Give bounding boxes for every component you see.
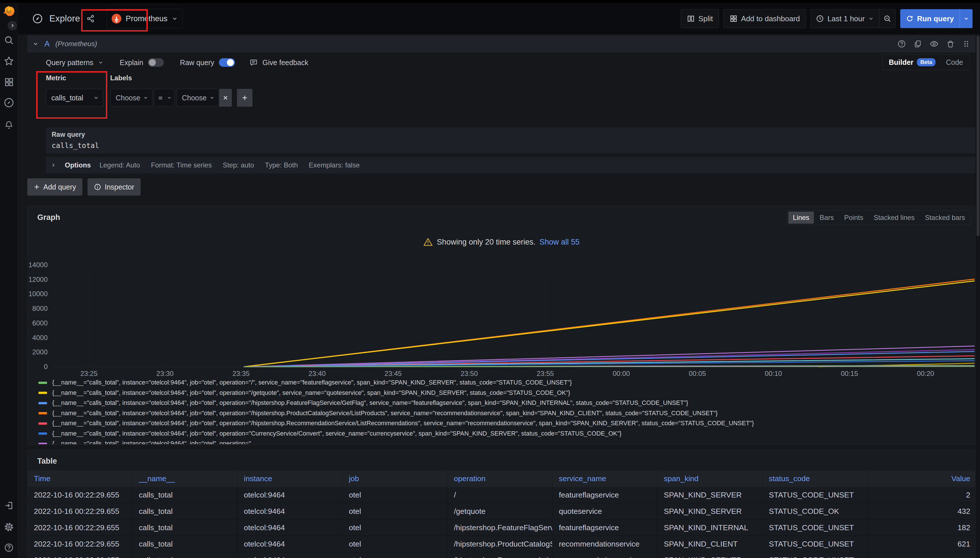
inspector-button[interactable]: Inspector [87, 178, 141, 195]
time-range-button[interactable]: Last 1 hour [811, 10, 879, 28]
remove-query-trash-icon[interactable] [946, 39, 955, 48]
labels-field-label: Labels [110, 74, 132, 82]
sidebar-expand-button[interactable] [7, 20, 18, 31]
run-query-main[interactable]: Run query [900, 9, 960, 28]
add-query-label: Add query [43, 183, 76, 191]
collapse-chevron-icon[interactable] [33, 41, 39, 47]
give-feedback-link[interactable]: Give feedback [263, 59, 308, 67]
legend-item[interactable]: {__name__="calls_total", instance="otelc… [38, 419, 970, 429]
search-icon[interactable] [4, 35, 14, 45]
hide-response-eye-icon[interactable] [929, 39, 939, 48]
datasource-picker[interactable]: Prometheus [107, 9, 183, 28]
explain-toggle[interactable] [148, 58, 164, 67]
prometheus-logo-icon [111, 13, 122, 24]
split-button[interactable]: Split [681, 9, 719, 28]
table-cell: /hipstershop.FeatureFlagServi... [447, 520, 552, 536]
results-table: Time__name__instancejoboperationservice_… [28, 471, 976, 558]
scrollbar-thumb[interactable] [977, 36, 980, 236]
raw-query-toggle[interactable] [219, 58, 235, 67]
table-cell: STATUS_CODE_OK [763, 503, 868, 520]
compass-icon[interactable] [3, 97, 14, 108]
query-patterns-dropdown[interactable]: Query patterns [46, 59, 93, 67]
duplicate-query-icon[interactable] [913, 39, 922, 48]
share-icon[interactable] [86, 14, 95, 23]
inspector-label: Inspector [105, 183, 134, 191]
table-cell: otel [342, 520, 447, 536]
raw-query-preview-label: Raw query [52, 131, 970, 138]
datasource-name: Prometheus [126, 14, 168, 23]
legend-item[interactable]: {__name__="calls_total", instance="otelc… [38, 408, 970, 419]
table-row: 2022-10-16 00:22:29.655calls_totalotelco… [28, 552, 976, 558]
query-row-header[interactable]: A (Prometheus) [27, 35, 975, 53]
svg-text:23:30: 23:30 [156, 369, 174, 377]
table-cell: otel [342, 487, 447, 503]
table-column-header[interactable]: operation [447, 471, 552, 487]
table-cell: otelcol:9464 [238, 552, 342, 558]
table-cell: quoteservice [552, 503, 658, 520]
chevron-down-icon [167, 95, 171, 100]
add-label-filter-button[interactable] [237, 89, 252, 107]
table-cell: STATUS_CODE_UNSET [763, 487, 868, 503]
table-cell: calls_total [133, 520, 238, 536]
table-column-header[interactable]: Value [868, 471, 976, 487]
legend-item[interactable]: {__name__="calls_total", instance="otelc… [38, 388, 970, 398]
label-key-select[interactable]: Choose [110, 89, 152, 107]
table-cell: STATUS_CODE_UNSET [763, 520, 868, 536]
table-cell: otelcol:9464 [238, 536, 342, 552]
run-query-dropdown[interactable] [960, 9, 973, 28]
label-operator-select[interactable]: = [154, 89, 175, 107]
legend-item-partial[interactable]: {__name__="calls_total", instance="otelc… [38, 439, 970, 444]
table-column-header[interactable]: status_code [763, 471, 868, 487]
remove-label-filter-button[interactable] [219, 89, 232, 107]
explain-label: Explain [120, 59, 143, 67]
table-column-header[interactable]: service_name [552, 471, 658, 487]
help-icon[interactable] [4, 543, 14, 553]
dashboard-grid-icon [730, 15, 738, 23]
page-scrollbar[interactable] [976, 34, 980, 558]
label-key-placeholder: Choose [116, 94, 140, 102]
bell-icon[interactable] [4, 120, 14, 130]
table-column-header[interactable]: Time [28, 471, 133, 487]
table-column-header[interactable]: instance [238, 471, 342, 487]
chevron-down-icon [209, 95, 215, 100]
table-column-header[interactable]: job [342, 471, 447, 487]
legend-item[interactable]: {__name__="calls_total", instance="otelc… [38, 429, 970, 439]
builder-tab[interactable]: Builder Beta [884, 58, 941, 67]
navbar-left: Explore Prometheus [32, 9, 183, 28]
star-icon[interactable] [4, 56, 14, 66]
table-column-header[interactable]: __name__ [133, 471, 238, 487]
settings-gear-icon[interactable] [4, 522, 14, 532]
metric-select[interactable]: calls_total [46, 89, 103, 107]
chevron-right-icon [51, 162, 56, 168]
table-cell: calls_total [133, 536, 238, 552]
metric-value: calls_total [51, 94, 83, 102]
table-row: 2022-10-16 00:22:29.655calls_totalotelco… [28, 487, 976, 503]
query-options-bar[interactable]: Options Legend: AutoFormat: Time seriesS… [46, 157, 975, 174]
help-circle-icon[interactable] [898, 39, 906, 48]
legend-series-label: {__name__="calls_total", instance="otelc… [52, 420, 754, 427]
zoom-out-time-button[interactable] [879, 10, 895, 28]
time-series-chart[interactable]: 23:2523:3023:3523:4023:4523:5023:5500:00… [28, 206, 976, 378]
grafana-logo[interactable] [2, 5, 15, 17]
sign-in-icon[interactable] [4, 501, 14, 510]
table-column-header[interactable]: span_kind [658, 471, 763, 487]
add-to-dashboard-button[interactable]: Add to dashboard [723, 9, 806, 28]
apps-icon[interactable] [4, 77, 14, 87]
beta-badge: Beta [917, 58, 936, 66]
add-query-button[interactable]: Add query [27, 178, 82, 195]
label-operator-value: = [158, 94, 163, 102]
plus-icon [34, 184, 40, 190]
legend-item[interactable]: {__name__="calls_total", instance="otelc… [38, 377, 970, 388]
table-cell: SPAN_KIND_SERVER [658, 503, 763, 520]
option-summary-item: Exemplars: false [309, 161, 360, 169]
table-cell: featureflagservice [552, 487, 658, 503]
table-cell: 432 [868, 503, 976, 520]
code-tab[interactable]: Code [941, 58, 968, 67]
svg-text:23:35: 23:35 [232, 369, 250, 377]
table-cell: 2022-10-16 00:22:29.655 [28, 552, 133, 558]
label-value-select[interactable]: Choose [176, 89, 219, 107]
drag-handle-icon[interactable] [962, 40, 970, 48]
run-query-button[interactable]: Run query [900, 9, 973, 28]
legend-item[interactable]: {__name__="calls_total", instance="otelc… [38, 398, 970, 408]
table-cell: recommendationservice [552, 552, 658, 558]
